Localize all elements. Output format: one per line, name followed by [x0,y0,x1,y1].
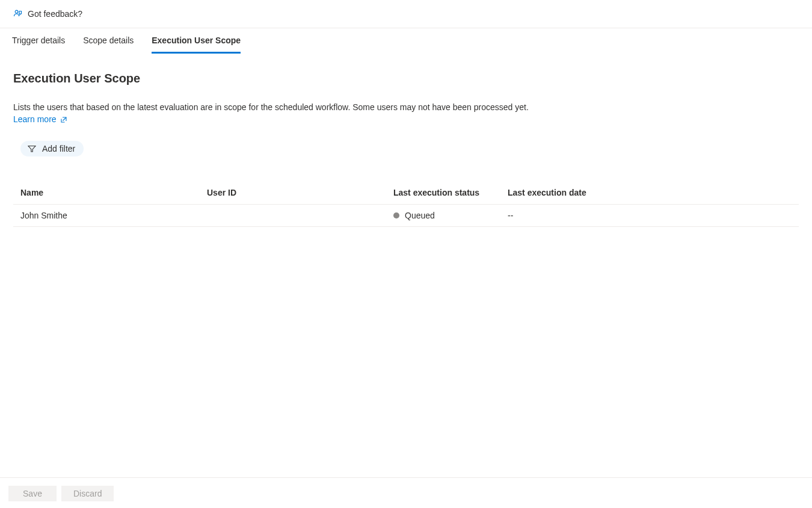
column-status[interactable]: Last execution status [386,182,500,205]
footer-actions: Save Discard [0,477,812,501]
tab-trigger-details[interactable]: Trigger details [12,28,65,54]
cell-status: Queued [386,205,500,227]
feedback-icon [13,9,23,19]
status-text: Queued [405,211,435,220]
page-title: Execution User Scope [13,72,799,85]
feedback-bar[interactable]: Got feedback? [0,0,812,28]
column-name[interactable]: Name [13,182,200,205]
tab-scope-details[interactable]: Scope details [83,28,134,54]
cell-name: John Smithe [13,205,200,227]
discard-button[interactable]: Discard [61,486,114,501]
filter-row: Add filter [20,141,799,156]
add-filter-button[interactable]: Add filter [20,141,84,156]
svg-point-0 [15,10,18,13]
table-header-row: Name User ID Last execution status Last … [13,182,799,205]
save-button[interactable]: Save [8,486,57,501]
cell-user-id [200,205,386,227]
status-dot-icon [393,212,399,218]
page-description: Lists the users that based on the latest… [13,101,799,113]
external-link-icon [60,116,67,123]
filter-icon [28,144,36,153]
tab-execution-user-scope[interactable]: Execution User Scope [152,28,241,54]
add-filter-label: Add filter [42,144,75,153]
learn-more-label: Learn more [13,114,57,124]
feedback-label: Got feedback? [28,9,82,19]
cell-date: -- [500,205,799,227]
table-row[interactable]: John Smithe Queued -- [13,205,799,227]
users-table: Name User ID Last execution status Last … [13,182,799,227]
column-date[interactable]: Last execution date [500,182,799,205]
tabs: Trigger details Scope details Execution … [11,28,812,54]
learn-more-link[interactable]: Learn more [13,114,67,124]
column-user-id[interactable]: User ID [200,182,386,205]
main-content: Execution User Scope Lists the users tha… [0,54,812,227]
